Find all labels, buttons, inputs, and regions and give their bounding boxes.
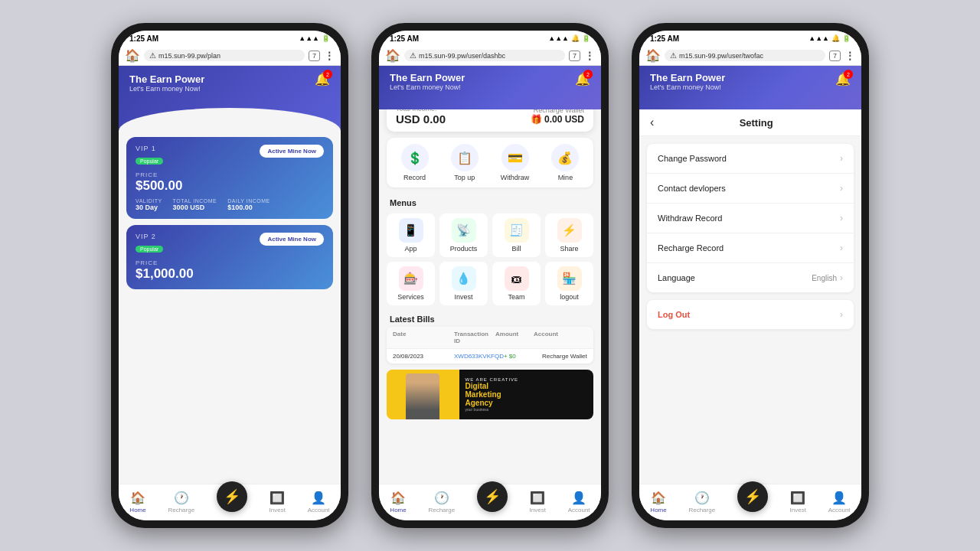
more-menu-3[interactable]: ⋮ [844, 51, 855, 61]
bill-amount-0: + $0 [504, 353, 542, 360]
bills-header: Date Transaction ID Amount Account [387, 327, 593, 349]
status-icons-1: ▲▲▲ 🔋 [299, 34, 330, 42]
notif-bell-2[interactable]: 🔔2 [575, 72, 590, 86]
settings-item-change-password[interactable]: Change Password › [647, 144, 854, 174]
notif-bell-1[interactable]: 🔔2 [315, 72, 330, 86]
nav-invest-1[interactable]: 🔲 Invest [270, 491, 286, 514]
col-txid: Transaction ID [454, 331, 495, 344]
menu-share-label: Share [560, 245, 578, 253]
settings-item-contact-dev[interactable]: Contact devlopers › [647, 174, 854, 204]
nav-home-2[interactable]: 🏠 Home [390, 491, 406, 514]
tab-count-2[interactable]: 7 [569, 51, 580, 61]
bill-txid-0[interactable]: XWD633KVKFQD [454, 353, 504, 360]
nav-account-1[interactable]: 👤 Account [308, 491, 330, 514]
url-box-2[interactable]: ⚠ m15.sun-99.pw/user/dashbc [404, 50, 565, 61]
total-income-amount: USD 0.00 [396, 112, 446, 126]
nav-invest-2[interactable]: 🔲 Invest [530, 491, 546, 514]
nav-account-3[interactable]: 👤 Account [828, 491, 851, 514]
mine-icon: 💰 [551, 144, 579, 171]
nav-home-1[interactable]: 🏠 Home [129, 491, 145, 514]
menu-share-icon: ⚡ [557, 218, 582, 243]
settings-item-language[interactable]: Language English › [647, 263, 854, 292]
notif-bell-3[interactable]: 🔔2 [835, 72, 851, 86]
daily-income-label-0: DAILY INCOME [227, 198, 270, 204]
vip-stats-0: VALIDITY 30 Day TOTAL INCOME 3000 USD DA… [136, 198, 324, 211]
menu-app[interactable]: 📱 App [387, 214, 435, 257]
account-nav-icon-2: 👤 [571, 491, 586, 505]
menu-share[interactable]: ⚡ Share [545, 214, 593, 257]
active-btn-1[interactable]: Active Mine Now [260, 233, 324, 246]
chevron-recharge-record: › [840, 243, 843, 253]
tab-count-1[interactable]: 7 [309, 51, 320, 61]
logout-label: Log Out [658, 310, 690, 319]
nav-recharge-2[interactable]: 🕐 Recharge [428, 491, 455, 514]
app-header-2: The Earn Power Let's Earn money Now! 🔔2 [379, 66, 601, 109]
record-icon: 💲 [401, 144, 429, 171]
action-record-label: Record [403, 174, 426, 181]
menu-services[interactable]: 🎰 Services [387, 262, 435, 305]
nav-home-3[interactable]: 🏠 Home [650, 491, 666, 514]
home-icon-3[interactable]: 🏠 [645, 48, 661, 63]
home-icon-2[interactable]: 🏠 [385, 48, 400, 63]
nav-invest-3[interactable]: 🔲 Invest [790, 491, 806, 514]
bill-account-0: Recharge Wallet [542, 353, 593, 360]
withdraw-record-label: Withdraw Record [658, 214, 722, 223]
menu-services-label: Services [397, 293, 424, 301]
recharge-nav-icon-1: 🕐 [174, 491, 189, 505]
menus-title: Menus [379, 194, 601, 210]
menu-services-icon: 🎰 [399, 266, 423, 291]
status-bar-3: 1:25 AM ▲▲▲ 🔔 🔋 [639, 31, 861, 46]
price-label-0: PRICE [136, 171, 324, 178]
nav-center-btn-3[interactable]: ⚡ [737, 481, 768, 512]
menu-invest-icon: 💧 [452, 266, 476, 291]
recharge-record-label: Recharge Record [658, 243, 724, 253]
nav-center-btn-2[interactable]: ⚡ [477, 481, 508, 512]
action-record[interactable]: 💲 Record [401, 144, 429, 181]
app-tagline-3: Let's Earn money Now! [650, 83, 851, 91]
nav-center-btn-1[interactable]: ⚡ [217, 481, 247, 512]
url-box-1[interactable]: ⚠ m15.sun-99.pw/plan [144, 50, 305, 61]
menu-bill[interactable]: 🧾 Bill [492, 214, 541, 257]
nav-account-2[interactable]: 👤 Account [568, 491, 590, 514]
phone-2-page-content: Total Income: USD 0.00 Recharge Wallet 🎁… [379, 109, 601, 484]
action-mine[interactable]: 💰 Mine [551, 144, 579, 181]
nav-recharge-3[interactable]: 🕐 Recharge [688, 491, 715, 514]
quick-actions: 💲 Record 📋 Top up 💳 Withdraw 💰 Mine [387, 138, 593, 187]
url-text-1: m15.sun-99.pw/plan [158, 52, 220, 60]
phone-1: 1:25 AM ▲▲▲ 🔋 🏠 ⚠ m15.sun-99.pw/plan 7 ⋮… [111, 23, 348, 528]
change-password-label: Change Password [658, 154, 727, 163]
banner-right: WE ARE CREATIVE DigitalMarketingAgency y… [459, 370, 594, 419]
settings-item-withdraw-record[interactable]: Withdraw Record › [647, 204, 854, 233]
nav-recharge-1[interactable]: 🕐 Recharge [168, 491, 194, 514]
menu-team-label: Team [508, 293, 524, 301]
banner-text2: DigitalMarketingAgency [466, 382, 588, 407]
phone-2: 1:25 AM ▲▲▲ 🔔 🔋 🏠 ⚠ m15.sun-99.pw/user/d… [371, 23, 609, 528]
chevron-withdraw-record: › [840, 213, 843, 223]
action-topup-label: Top up [454, 174, 475, 181]
tab-count-3[interactable]: 7 [829, 51, 841, 61]
chevron-logout: › [840, 309, 843, 320]
banner-text3: your business [466, 407, 588, 412]
contact-dev-label: Contact devlopers [658, 184, 726, 193]
action-topup[interactable]: 📋 Top up [451, 144, 479, 181]
menu-invest[interactable]: 💧 Invest [439, 262, 488, 305]
vip-card-0: VIP 1 Popular Active Mine Now PRICE $500… [126, 137, 333, 219]
back-arrow[interactable]: ‹ [650, 116, 654, 129]
menu-products-label: Products [450, 245, 478, 253]
active-btn-0[interactable]: Active Mine Now [260, 145, 324, 158]
more-menu-1[interactable]: ⋮ [324, 51, 335, 61]
url-box-3[interactable]: ⚠ m15.sun-99.pw/user/twofac [665, 50, 825, 61]
settings-title: Setting [662, 117, 851, 129]
menu-team[interactable]: 🎟 Team [492, 262, 541, 305]
menu-team-icon: 🎟 [505, 266, 529, 291]
menu-products[interactable]: 📡 Products [439, 214, 488, 257]
menu-logout[interactable]: 🏪 logout [545, 262, 593, 305]
settings-item-recharge-record[interactable]: Recharge Record › [647, 233, 854, 263]
price-val-1: $1,000.00 [136, 266, 324, 282]
logout-button[interactable]: Log Out › [647, 300, 854, 329]
status-bar-2: 1:25 AM ▲▲▲ 🔔 🔋 [379, 31, 601, 46]
more-menu-2[interactable]: ⋮ [584, 51, 595, 61]
menu-app-label: App [404, 245, 416, 253]
action-withdraw[interactable]: 💳 Withdraw [501, 144, 530, 181]
home-icon-1[interactable]: 🏠 [125, 48, 140, 63]
